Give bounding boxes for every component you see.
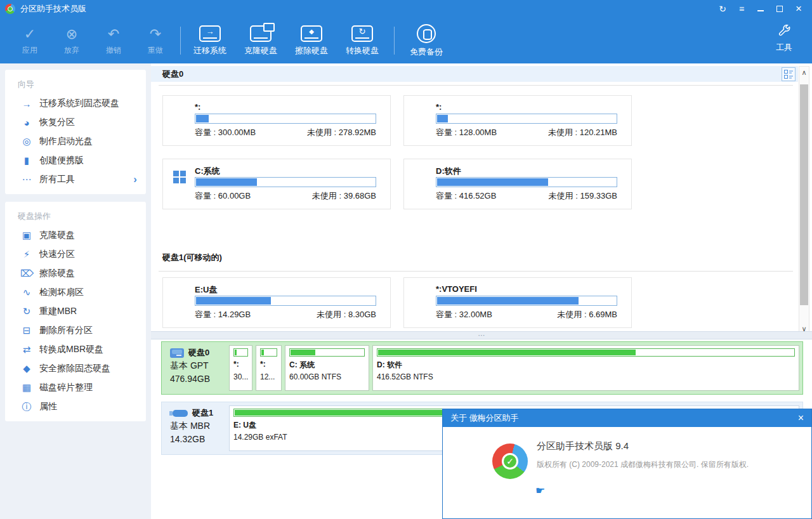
backup-icon xyxy=(417,24,436,43)
sidebar-item-quick-partition[interactable]: ⚡ 快速分区 xyxy=(5,245,146,264)
partition-block-d[interactable]: D: 软件 416.52GB NTFS xyxy=(372,345,799,391)
disk0-title: 硬盘0 xyxy=(162,69,183,80)
partition-block-c[interactable]: C: 系统 60.00GB NTFS xyxy=(285,345,369,391)
windows-logo-icon xyxy=(173,171,186,183)
unused-label: 未使用 : 6.69MB xyxy=(557,309,617,320)
sidebar-item-ssd-secure-erase[interactable]: ◆ 安全擦除固态硬盘 xyxy=(5,359,146,378)
convert-disk-button[interactable]: ↻ 转换硬盘 xyxy=(337,25,388,56)
volume-card-d[interactable]: D:软件 容量 : 416.52GB 未使用 : 159.33GB xyxy=(403,159,632,209)
unused-label: 未使用 : 278.92MB xyxy=(307,127,376,138)
scrollbar-thumb[interactable] xyxy=(800,84,808,305)
discard-icon: ⊗ xyxy=(66,26,77,43)
close-button[interactable]: × xyxy=(790,2,807,16)
usb-stick-icon: ▮ xyxy=(20,155,33,166)
free-backup-button[interactable]: 免费备份 xyxy=(401,24,452,58)
separator xyxy=(159,85,793,86)
sidebar-item-bootable-media[interactable]: ◎ 制作启动光盘 xyxy=(5,132,146,151)
sidebar-item-all-tools[interactable]: ⋯ 所有工具 › xyxy=(5,170,146,189)
sidebar-item-wipe-disk[interactable]: ⌦ 擦除硬盘 xyxy=(5,264,146,283)
sidebar-item-portable-version[interactable]: ▮ 创建便携版 xyxy=(5,151,146,170)
sidebar: 向导 → 迁移系统到固态硬盘 ◕ 恢复分区 ◎ 制作启动光盘 ▮ 创建便携版 xyxy=(0,63,151,519)
separator xyxy=(159,271,793,272)
sidebar-item-delete-all-partitions[interactable]: ⊟ 删除所有分区 xyxy=(5,321,146,340)
dialog-title: 关于 傲梅分区助手 xyxy=(450,412,519,424)
volume-card-efi[interactable]: *: 容量 : 300.00MB 未使用 : 278.92MB xyxy=(162,95,391,146)
migrate-os-button[interactable]: → 迁移系统 xyxy=(185,25,235,56)
apply-button[interactable]: ✓ 应用 xyxy=(9,26,51,56)
unused-label: 未使用 : 159.33GB xyxy=(549,190,617,202)
about-dialog: 关于 傲梅分区助手 × 分区助手技术员版 9.4 版权所有 (C) 2009-2… xyxy=(442,409,812,519)
volume-card-e[interactable]: E:U盘 容量 : 14.29GB 未使用 : 8.30GB xyxy=(162,277,391,328)
convert-arrows-icon: ⇄ xyxy=(20,344,33,355)
sidebar-item-properties[interactable]: ⓘ 属性 xyxy=(5,397,146,416)
capacity-label: 容量 : 14.29GB xyxy=(195,309,251,320)
trash-icon: ⊟ xyxy=(20,325,33,336)
info-icon: ⓘ xyxy=(20,401,33,413)
view-toggle-button[interactable] xyxy=(782,67,796,81)
sidebar-item-convert-to-mbr[interactable]: ⇄ 转换成MBR硬盘 xyxy=(5,340,146,359)
dots-icon: ⋯ xyxy=(20,174,33,185)
clone-disk-icon: ▣ xyxy=(20,230,33,241)
dialog-close-icon[interactable]: × xyxy=(798,412,804,424)
disk1-title: 硬盘1(可移动的) xyxy=(162,252,222,263)
maximize-button[interactable] xyxy=(771,2,788,16)
menu-icon[interactable]: ≡ xyxy=(733,2,750,16)
window-controls: ↻ ≡ × xyxy=(714,2,807,16)
usage-bar xyxy=(260,348,277,357)
unused-label: 未使用 : 120.21MB xyxy=(548,127,617,138)
volume-card-c[interactable]: C:系统 容量 : 60.00GB 未使用 : 39.68GB xyxy=(162,159,391,209)
volume-card-msr[interactable]: *: 容量 : 128.00MB 未使用 : 120.21MB xyxy=(403,95,632,146)
capacity-label: 容量 : 128.00MB xyxy=(436,127,497,138)
disk-operations-section: 硬盘操作 ▣ 克隆硬盘 ⚡ 快速分区 ⌦ 擦除硬盘 ∿ 检测坏扇区 xyxy=(5,202,146,421)
toolbar: ✓ 应用 ⊗ 放弃 ↶ 撤销 ↷ 重做 → 迁移系统 克隆硬盘 ◆ 擦除硬盘 ↻ xyxy=(0,18,812,63)
vertical-scrollbar[interactable]: ∧ ∨ xyxy=(799,66,809,335)
wipe-icon: ⌦ xyxy=(20,268,33,279)
unused-label: 未使用 : 8.30GB xyxy=(317,309,376,320)
sidebar-item-recover-partition[interactable]: ◕ 恢复分区 xyxy=(5,113,146,132)
dialog-body: 分区助手技术员版 9.4 版权所有 (C) 2009-2021 成都傲梅科技有限… xyxy=(443,427,811,519)
list-view-icon xyxy=(782,67,796,81)
panel-splitter[interactable]: ⋯ xyxy=(151,331,812,339)
wipe-disk-button[interactable]: ◆ 擦除硬盘 xyxy=(286,25,337,56)
usage-bar xyxy=(289,348,365,357)
volume-card-vtoyefi[interactable]: *:VTOYEFI 容量 : 32.00MB 未使用 : 6.69MB xyxy=(403,277,632,328)
section-title: 向导 xyxy=(5,74,146,94)
discard-button[interactable]: ⊗ 放弃 xyxy=(51,26,93,56)
app-window: 分区助手技术员版 ↻ ≡ × ✓ 应用 ⊗ 放弃 ↶ 撤销 ↷ 重做 → xyxy=(0,0,812,519)
sidebar-item-defragment[interactable]: ▦ 磁盘碎片整理 xyxy=(5,378,146,397)
sidebar-item-clone-disk[interactable]: ▣ 克隆硬盘 xyxy=(5,226,146,245)
scroll-up-icon[interactable]: ∧ xyxy=(799,67,809,78)
partition-block-msr[interactable]: *: 12... xyxy=(256,345,282,391)
wrench-icon xyxy=(777,24,791,38)
sidebar-item-surface-test[interactable]: ∿ 检测坏扇区 xyxy=(5,283,146,302)
clone-disk-button[interactable]: 克隆硬盘 xyxy=(235,25,286,56)
copyright-text: 版权所有 (C) 2009-2021 成都傲梅科技有限公司. 保留所有版权. xyxy=(537,459,749,470)
redo-button[interactable]: ↷ 重做 xyxy=(134,26,176,56)
clone-disk-icon xyxy=(250,25,272,42)
section-title: 硬盘操作 xyxy=(5,206,146,226)
rebuild-icon: ↻ xyxy=(20,306,33,317)
app-title: 分区助手技术员版 xyxy=(20,3,86,15)
sidebar-item-rebuild-mbr[interactable]: ↻ 重建MBR xyxy=(5,302,146,321)
disk-row-0[interactable]: 硬盘0 基本 GPT 476.94GB *: 30... *: 12... xyxy=(161,341,803,395)
usage-bar xyxy=(195,114,376,124)
sync-icon[interactable]: ↻ xyxy=(714,2,731,16)
product-name: 分区助手技术员版 9.4 xyxy=(537,440,629,452)
usage-bar xyxy=(233,348,248,357)
usage-bar xyxy=(195,177,376,187)
sidebar-item-migrate-os[interactable]: → 迁移系统到固态硬盘 xyxy=(5,94,146,113)
defrag-icon: ▦ xyxy=(20,382,33,393)
disk-scheme: 基本 MBR xyxy=(170,419,228,433)
disk-info: 硬盘1 基本 MBR 14.32GB xyxy=(162,407,228,446)
tools-button[interactable]: 工具 xyxy=(765,24,803,53)
disk-info: 硬盘0 基本 GPT 476.94GB xyxy=(162,346,228,386)
disk0-header-band: 硬盘0 xyxy=(151,66,798,82)
disk-icon xyxy=(170,348,184,358)
partition-block-efi[interactable]: *: 30... xyxy=(229,345,252,391)
wizard-section: 向导 → 迁移系统到固态硬盘 ◕ 恢复分区 ◎ 制作启动光盘 ▮ 创建便携版 xyxy=(5,70,146,194)
hand-icon[interactable]: ☛ xyxy=(535,484,545,497)
undo-button[interactable]: ↶ 撤销 xyxy=(93,26,134,56)
minimize-button[interactable] xyxy=(752,2,769,16)
recover-pie-icon: ◕ xyxy=(20,117,33,128)
usb-disk-icon xyxy=(173,410,188,417)
